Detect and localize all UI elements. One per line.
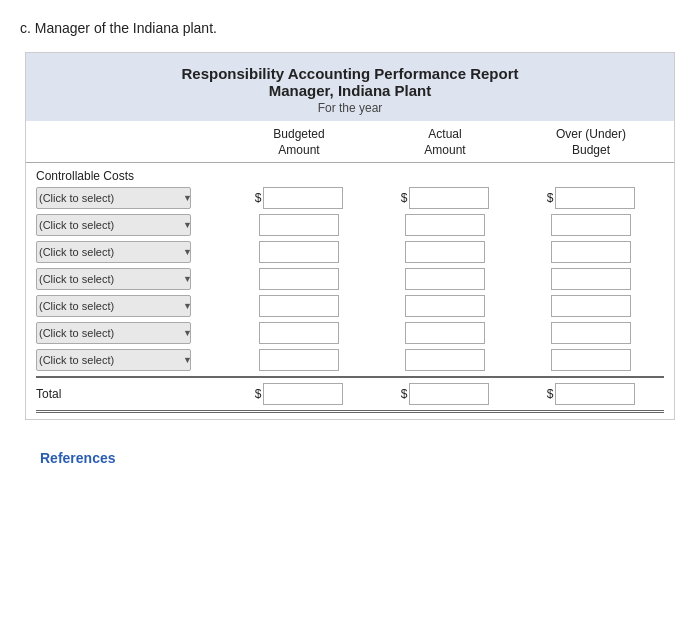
references-section: References — [20, 440, 680, 476]
report-body: Controllable Costs (Click to select) $ $ — [26, 163, 674, 419]
row2-select-area: (Click to select) — [36, 214, 226, 236]
table-row: (Click to select) — [36, 268, 664, 290]
row4-select-area: (Click to select) — [36, 268, 226, 290]
table-row: (Click to select) — [36, 322, 664, 344]
row7-select-wrapper: (Click to select) — [36, 349, 196, 371]
row2-select-wrapper: (Click to select) — [36, 214, 196, 236]
row2-budgeted-cell — [226, 214, 372, 236]
row4-select[interactable]: (Click to select) — [36, 268, 191, 290]
row1-inputs: $ $ $ — [226, 187, 664, 209]
row6-select[interactable]: (Click to select) — [36, 322, 191, 344]
row2-budgeted-input[interactable] — [259, 214, 339, 236]
row5-over-under-cell — [518, 295, 664, 317]
row4-budgeted-cell — [226, 268, 372, 290]
row3-over-under-input[interactable] — [551, 241, 631, 263]
report-period: For the year — [36, 101, 664, 115]
row6-over-under-cell — [518, 322, 664, 344]
row4-over-under-input[interactable] — [551, 268, 631, 290]
row5-actual-cell — [372, 295, 518, 317]
row7-actual-cell — [372, 349, 518, 371]
row6-select-area: (Click to select) — [36, 322, 226, 344]
row5-select-area: (Click to select) — [36, 295, 226, 317]
row6-actual-input[interactable] — [405, 322, 485, 344]
row6-actual-cell — [372, 322, 518, 344]
row1-select-wrapper: (Click to select) — [36, 187, 196, 209]
table-row: (Click to select) — [36, 349, 664, 371]
row5-over-under-input[interactable] — [551, 295, 631, 317]
page-subtitle: c. Manager of the Indiana plant. — [20, 20, 680, 36]
row1-budgeted-input[interactable] — [263, 187, 343, 209]
row6-budgeted-input[interactable] — [259, 322, 339, 344]
dollar-sign: $ — [401, 191, 408, 205]
row6-inputs — [226, 322, 664, 344]
row3-inputs — [226, 241, 664, 263]
row6-over-under-input[interactable] — [551, 322, 631, 344]
row7-select-area: (Click to select) — [36, 349, 226, 371]
dollar-sign: $ — [547, 191, 554, 205]
row5-budgeted-input[interactable] — [259, 295, 339, 317]
row1-actual-input[interactable] — [409, 187, 489, 209]
table-row: (Click to select) — [36, 214, 664, 236]
row3-budgeted-cell — [226, 241, 372, 263]
row3-select-wrapper: (Click to select) — [36, 241, 196, 263]
row2-actual-input[interactable] — [405, 214, 485, 236]
total-inputs: $ $ $ — [226, 383, 664, 405]
report-container: Responsibility Accounting Performance Re… — [25, 52, 675, 420]
row2-actual-cell — [372, 214, 518, 236]
dollar-sign: $ — [401, 387, 408, 401]
report-title-line2: Manager, Indiana Plant — [36, 82, 664, 99]
row4-actual-cell — [372, 268, 518, 290]
col-header-over-under: Over (Under)Budget — [518, 127, 664, 158]
references-button[interactable]: References — [40, 450, 116, 466]
row7-actual-input[interactable] — [405, 349, 485, 371]
section-label: Controllable Costs — [36, 169, 664, 183]
row6-budgeted-cell — [226, 322, 372, 344]
row2-inputs — [226, 214, 664, 236]
row5-actual-input[interactable] — [405, 295, 485, 317]
row5-inputs — [226, 295, 664, 317]
report-header: Responsibility Accounting Performance Re… — [26, 53, 674, 121]
row2-over-under-input[interactable] — [551, 214, 631, 236]
total-over-under-cell: $ — [518, 383, 664, 405]
row1-over-under-input[interactable] — [555, 187, 635, 209]
row5-budgeted-cell — [226, 295, 372, 317]
row3-select[interactable]: (Click to select) — [36, 241, 191, 263]
row3-select-area: (Click to select) — [36, 241, 226, 263]
table-row: (Click to select) — [36, 241, 664, 263]
report-title-line1: Responsibility Accounting Performance Re… — [36, 65, 664, 82]
row1-select[interactable]: (Click to select) — [36, 187, 191, 209]
total-over-under-input[interactable] — [555, 383, 635, 405]
row4-actual-input[interactable] — [405, 268, 485, 290]
row7-over-under-input[interactable] — [551, 349, 631, 371]
row3-actual-input[interactable] — [405, 241, 485, 263]
row6-select-wrapper: (Click to select) — [36, 322, 196, 344]
row3-budgeted-input[interactable] — [259, 241, 339, 263]
dollar-sign: $ — [255, 191, 262, 205]
total-actual-cell: $ — [372, 383, 518, 405]
row4-budgeted-input[interactable] — [259, 268, 339, 290]
row1-actual-cell: $ — [372, 187, 518, 209]
row7-inputs — [226, 349, 664, 371]
row7-select[interactable]: (Click to select) — [36, 349, 191, 371]
row7-budgeted-input[interactable] — [259, 349, 339, 371]
row2-over-under-cell — [518, 214, 664, 236]
total-budgeted-input[interactable] — [263, 383, 343, 405]
dollar-sign: $ — [255, 387, 262, 401]
row4-inputs — [226, 268, 664, 290]
row4-over-under-cell — [518, 268, 664, 290]
row1-select-area: (Click to select) — [36, 187, 226, 209]
row7-over-under-cell — [518, 349, 664, 371]
row3-actual-cell — [372, 241, 518, 263]
row1-over-under-cell: $ — [518, 187, 664, 209]
total-row: Total $ $ $ — [36, 376, 664, 413]
total-budgeted-cell: $ — [226, 383, 372, 405]
total-actual-input[interactable] — [409, 383, 489, 405]
row2-select[interactable]: (Click to select) — [36, 214, 191, 236]
total-label: Total — [36, 387, 226, 401]
row5-select-wrapper: (Click to select) — [36, 295, 196, 317]
column-headers: BudgetedAmount ActualAmount Over (Under)… — [26, 121, 674, 163]
row5-select[interactable]: (Click to select) — [36, 295, 191, 317]
row7-budgeted-cell — [226, 349, 372, 371]
row3-over-under-cell — [518, 241, 664, 263]
table-row: (Click to select) — [36, 295, 664, 317]
